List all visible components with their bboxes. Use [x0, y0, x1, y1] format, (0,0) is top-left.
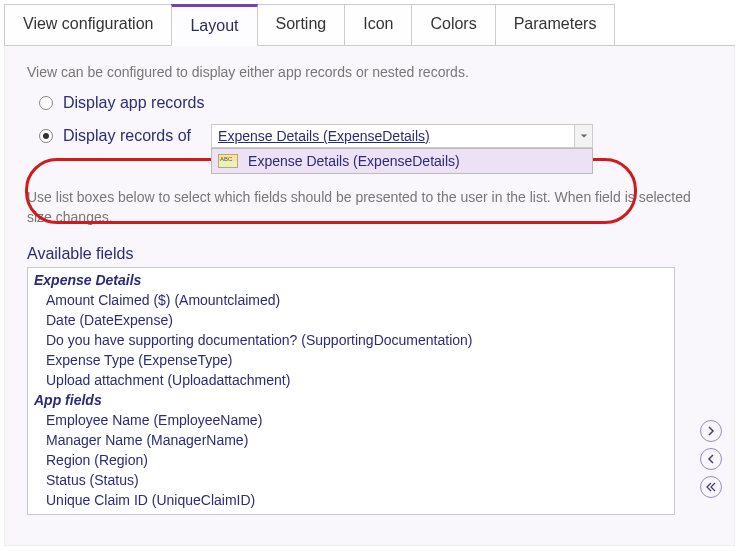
layout-panel: View can be configured to display either… — [4, 46, 735, 546]
move-left-button[interactable] — [700, 448, 722, 470]
radio-records-of[interactable] — [39, 129, 53, 143]
field-unique-claim-id[interactable]: Unique Claim ID (UniqueClaimID) — [32, 490, 674, 510]
field-manager-name[interactable]: Manager Name (ManagerName) — [32, 430, 674, 450]
available-fields-listbox[interactable]: Expense Details Amount Claimed ($) (Amou… — [27, 267, 675, 515]
tab-colors[interactable]: Colors — [411, 4, 495, 45]
field-expense-type[interactable]: Expense Type (ExpenseType) — [32, 350, 674, 370]
move-right-button[interactable] — [700, 420, 722, 442]
radio-records-of-label: Display records of — [63, 127, 191, 145]
intro-text: View can be configured to display either… — [27, 64, 712, 80]
available-fields-label: Available fields — [27, 245, 712, 263]
chevron-down-icon[interactable] — [574, 125, 592, 147]
move-all-left-button[interactable] — [700, 476, 722, 498]
records-of-combobox[interactable]: Expense Details (ExpenseDetails) — [211, 124, 593, 148]
field-region[interactable]: Region (Region) — [32, 450, 674, 470]
tab-parameters[interactable]: Parameters — [495, 4, 616, 45]
field-status[interactable]: Status (Status) — [32, 470, 674, 490]
tab-icon[interactable]: Icon — [344, 4, 412, 45]
table-icon: ABC — [218, 154, 238, 168]
field-supporting-documentation[interactable]: Do you have supporting documentation? (S… — [32, 330, 674, 350]
radio-app-records[interactable] — [39, 96, 53, 110]
tab-bar: View configuration Layout Sorting Icon C… — [4, 4, 735, 46]
help-text: Use list boxes below to select which fie… — [27, 188, 712, 227]
field-date[interactable]: Date (DateExpense) — [32, 310, 674, 330]
records-of-value: Expense Details (ExpenseDetails) — [218, 128, 430, 144]
field-amount-claimed[interactable]: Amount Claimed ($) (Amountclaimed) — [32, 290, 674, 310]
tab-layout[interactable]: Layout — [171, 4, 257, 46]
group-app-fields: App fields — [32, 390, 674, 410]
dropdown-option-label: Expense Details (ExpenseDetails) — [248, 153, 460, 169]
field-upload-attachment[interactable]: Upload attachment (Uploadattachment) — [32, 370, 674, 390]
tab-sorting[interactable]: Sorting — [257, 4, 346, 45]
tab-view-configuration[interactable]: View configuration — [4, 4, 172, 45]
transfer-buttons — [700, 420, 722, 498]
field-employee-name[interactable]: Employee Name (EmployeeName) — [32, 410, 674, 430]
radio-app-records-label: Display app records — [63, 94, 204, 112]
dropdown-option-expense-details[interactable]: ABC Expense Details (ExpenseDetails) — [212, 149, 592, 173]
group-expense-details: Expense Details — [32, 270, 674, 290]
records-of-dropdown: ABC Expense Details (ExpenseDetails) — [211, 148, 593, 174]
